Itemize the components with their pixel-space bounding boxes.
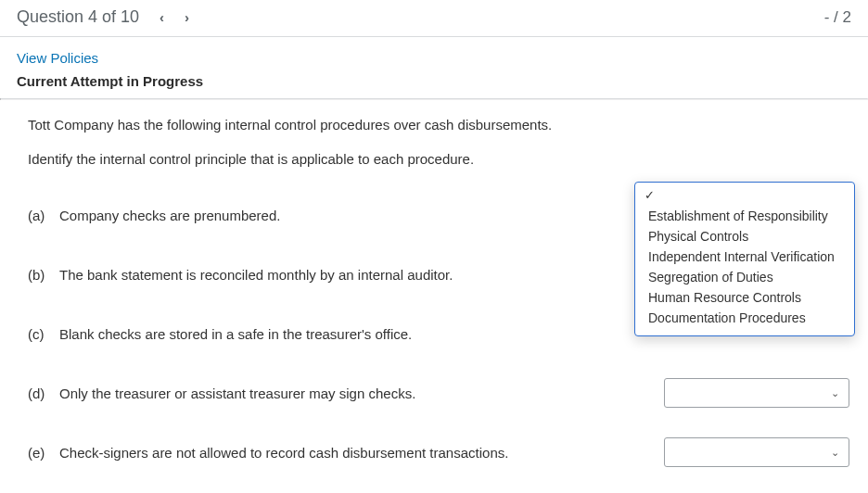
score-display: - / 2: [824, 8, 851, 27]
dropdown-option[interactable]: Segregation of Duties: [643, 267, 850, 287]
item-label: (e): [28, 445, 59, 461]
score-prefix: - /: [824, 8, 843, 26]
item-label: (d): [28, 386, 59, 401]
nav-arrows: ‹ ›: [160, 9, 189, 25]
next-question-button[interactable]: ›: [185, 9, 189, 25]
chevron-down-icon: ⌄: [831, 447, 839, 459]
item-text: Check-signers are not allowed to record …: [59, 445, 664, 461]
answer-select-e[interactable]: ⌄: [664, 437, 849, 467]
item-text: Only the treasurer or assistant treasure…: [59, 386, 664, 401]
item-text: The bank statement is reconciled monthly…: [59, 267, 664, 283]
dropdown-option[interactable]: Human Resource Controls: [643, 287, 850, 308]
dropdown-selected-check: ✓: [643, 188, 850, 206]
score-total: 2: [843, 8, 851, 26]
answer-dropdown-open[interactable]: ✓ Establishment of Responsibility Physic…: [634, 182, 855, 336]
item-label: (a): [28, 208, 59, 223]
item-row-d: (d) Only the treasurer or assistant trea…: [28, 363, 851, 423]
dropdown-option[interactable]: Physical Controls: [643, 226, 850, 246]
attempt-status: Current Attempt in Progress: [0, 73, 868, 98]
policies-row: View Policies: [0, 37, 868, 73]
question-body: Tott Company has the following internal …: [0, 100, 868, 482]
item-label: (c): [28, 326, 59, 342]
dropdown-option[interactable]: Establishment of Responsibility: [643, 206, 850, 226]
prompt-line-2: Identify the internal control principle …: [28, 151, 851, 167]
item-label: (b): [28, 267, 59, 283]
item-text: Blank checks are stored in a safe in the…: [59, 326, 664, 342]
chevron-down-icon: ⌄: [831, 387, 839, 399]
header-left: Question 4 of 10 ‹ ›: [17, 7, 189, 27]
answer-select-d[interactable]: ⌄: [664, 378, 849, 408]
question-header: Question 4 of 10 ‹ › - / 2: [0, 0, 868, 37]
dropdown-option[interactable]: Independent Internal Verification: [643, 246, 850, 267]
question-title: Question 4 of 10: [17, 7, 139, 27]
prompt-line-1: Tott Company has the following internal …: [28, 117, 851, 133]
item-row-a: (a) Company checks are prenumbered. ✓ Es…: [28, 185, 851, 245]
prev-question-button[interactable]: ‹: [160, 9, 164, 25]
view-policies-link[interactable]: View Policies: [17, 50, 98, 66]
item-text: Company checks are prenumbered.: [59, 208, 664, 223]
items-container: (a) Company checks are prenumbered. ✓ Es…: [28, 185, 851, 482]
item-row-e: (e) Check-signers are not allowed to rec…: [28, 423, 851, 482]
dropdown-option[interactable]: Documentation Procedures: [643, 308, 850, 328]
